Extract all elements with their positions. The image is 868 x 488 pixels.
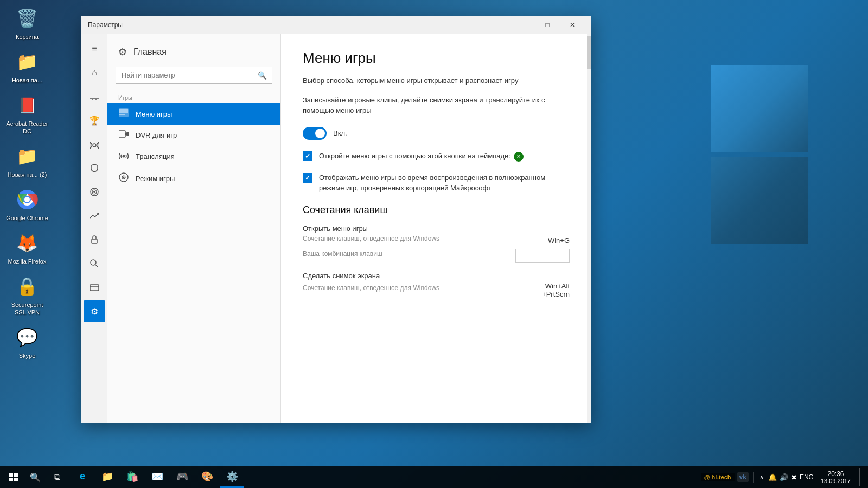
desktop: 🗑️ Корзина 📁 Новая па... 📕 Acrobat Reade… [0, 0, 868, 488]
shortcut-open-value: Win+G [548, 236, 570, 245]
desktop-icon-new-folder1[interactable]: 📁 Новая па... [5, 49, 49, 84]
nav-trophy-button[interactable]: 🏆 [84, 110, 105, 131]
scrollbar-track[interactable] [587, 34, 591, 423]
dvr-icon [118, 130, 129, 140]
nav-gear-button[interactable]: ⚙ [84, 300, 105, 322]
nav-screen-button[interactable] [84, 86, 105, 107]
desktop-icon-firefox[interactable]: 🦊 Mozilla Firefox [5, 230, 49, 265]
shortcut-open-sub: Сочетание клавиш, отведенное для Windows [303, 235, 439, 242]
window-controls: — □ ✕ [510, 16, 585, 34]
desktop-icon-recycle-bin[interactable]: 🗑️ Корзина [5, 5, 49, 41]
xbox-icon: ✕ [514, 152, 524, 162]
nav-search-button[interactable] [84, 253, 105, 274]
taskbar-mail-button[interactable]: ✉️ [145, 466, 169, 488]
nav-shield-button[interactable] [84, 157, 105, 179]
minimize-button[interactable]: — [510, 16, 535, 34]
nav-broadcast-button[interactable] [84, 133, 105, 155]
svg-point-26 [123, 177, 125, 178]
taskbar-search-button[interactable]: 🔍 [24, 466, 46, 488]
shortcut-screenshot-group: Сделать снимок экрана Сочетание клавиш, … [303, 272, 570, 298]
desktop-icon-acrobat[interactable]: 📕 Acrobat Reader DC [5, 92, 49, 134]
nav-home-button[interactable]: ⌂ [84, 62, 105, 84]
taskbar-settings-button[interactable]: ⚙️ [220, 466, 244, 488]
taskbar-explorer-button[interactable]: 📁 [95, 466, 119, 488]
desktop-icon-skype[interactable]: 💬 Skype [5, 324, 49, 359]
vk-icon[interactable]: vk [737, 472, 749, 482]
taskbar-divider [753, 472, 754, 483]
game-menu-icon [118, 108, 129, 119]
recycle-bin-icon: 🗑️ [14, 5, 40, 31]
settings-window: Параметры — □ ✕ ≡ ⌂ 🏆 [81, 16, 591, 423]
main-toggle[interactable] [303, 127, 327, 140]
checkbox-2[interactable]: ✓ [303, 173, 312, 183]
nav-item-game-menu[interactable]: Меню игры [107, 103, 280, 125]
page-title: Меню игры [303, 50, 570, 67]
taskbar-network-icon[interactable]: 🔔 [768, 473, 777, 481]
settings-content: Меню игры Выбор способа, которым меню иг… [281, 34, 591, 423]
shortcut-screenshot-label: Сделать снимок экрана [303, 272, 570, 280]
nav-item-game-mode-label: Режим игры [136, 175, 175, 183]
nav-target-button[interactable] [84, 181, 105, 203]
svg-point-3 [24, 197, 30, 202]
desktop-icon-chrome[interactable]: Google Chrome [5, 187, 49, 222]
taskbar-paint-button[interactable]: 🎨 [195, 466, 219, 488]
taskbar-language[interactable]: ENG [800, 473, 814, 481]
maximize-button[interactable]: □ [535, 16, 560, 34]
taskbar-time-area[interactable]: 20:36 13.09.2017 [816, 470, 855, 484]
window-title: Параметры [88, 21, 510, 29]
taskbar-volume-icon[interactable]: 🔊 [780, 473, 788, 481]
svg-point-11 [93, 191, 95, 193]
window-titlebar: Параметры — □ ✕ [81, 16, 591, 34]
shortcuts-section: Сочетания клавиш Открыть меню игры Сочет… [303, 204, 570, 298]
desktop-icon-new-folder2[interactable]: 📁 Новая па... (2) [5, 143, 49, 178]
shortcut-screenshot-sub: Сочетание клавиш, отведенное для Windows [303, 284, 439, 292]
settings-home-button[interactable]: ⚙ Главная [107, 42, 280, 62]
nav-item-broadcast[interactable]: Трансляция [107, 145, 280, 167]
skype-label: Skype [19, 352, 36, 359]
page-description-1: Выбор способа, которым меню игры открыва… [303, 75, 570, 86]
new-folder1-icon: 📁 [14, 49, 40, 75]
nav-item-dvr[interactable]: DVR для игр [107, 125, 280, 145]
nav-trending-button[interactable] [84, 205, 105, 227]
checkbox-row-2: ✓ Отображать меню игры во время воспроиз… [303, 172, 570, 194]
skype-icon: 💬 [14, 324, 40, 350]
settings-home-label: Главная [133, 47, 167, 57]
nav-item-game-mode[interactable]: Режим игры [107, 167, 280, 190]
taskbar-xbox-button[interactable]: 🎮 [170, 466, 194, 488]
svg-rect-12 [92, 239, 97, 243]
firefox-icon: 🦊 [14, 230, 40, 256]
nav-card-button[interactable] [84, 277, 105, 298]
taskbar-store-button[interactable]: 🛍️ [120, 466, 144, 488]
start-button[interactable] [3, 466, 24, 488]
gear-icon: ⚙ [118, 46, 127, 58]
svg-point-13 [91, 260, 96, 265]
nav-hamburger-button[interactable]: ≡ [84, 38, 105, 60]
checkbox-1[interactable]: ✓ [303, 151, 312, 161]
checkbox-row-1: ✓ Откройте меню игры с помощью этой кноп… [303, 151, 570, 162]
shortcut-open-input[interactable] [515, 249, 570, 263]
scrollbar-thumb[interactable] [587, 36, 591, 69]
nav-item-broadcast-label: Трансляция [136, 152, 175, 160]
game-mode-icon [118, 172, 129, 184]
win-logo-box1 [711, 65, 808, 152]
taskbar-edge-button[interactable]: e [71, 466, 94, 488]
checkbox-1-text: Откройте меню игры с помощью этой кнопки… [319, 151, 524, 162]
taskbar-taskview-button[interactable]: ⧉ [46, 466, 68, 488]
search-icon: 🔍 [258, 71, 267, 80]
taskbar-app-icons: e 📁 🛍️ ✉️ 🎮 🎨 ⚙️ [71, 466, 244, 488]
shortcut-open-windows-row: Сочетание клавиш, отведенное для Windows… [303, 235, 570, 247]
nav-lock-button[interactable] [84, 229, 105, 251]
svg-rect-28 [14, 473, 18, 477]
acrobat-label: Acrobat Reader DC [5, 120, 49, 134]
taskbar-show-desktop-button[interactable] [859, 468, 863, 486]
settings-search-container: 🔍 [116, 67, 272, 84]
shortcut-open-custom-row: Ваша комбинация клавиш [303, 249, 570, 263]
close-button[interactable]: ✕ [560, 16, 585, 34]
taskbar-show-hidden-button[interactable]: ∧ [758, 474, 765, 481]
taskbar-mute-icon[interactable]: ✖ [791, 473, 797, 481]
desktop-icon-securepoint[interactable]: 🔒 Securepoint SSL VPN [5, 273, 49, 316]
window-body: ≡ ⌂ 🏆 [81, 34, 591, 423]
svg-line-14 [95, 265, 98, 267]
shortcut-custom-label: Ваша комбинация клавиш [303, 250, 382, 258]
settings-search-input[interactable] [116, 67, 272, 84]
